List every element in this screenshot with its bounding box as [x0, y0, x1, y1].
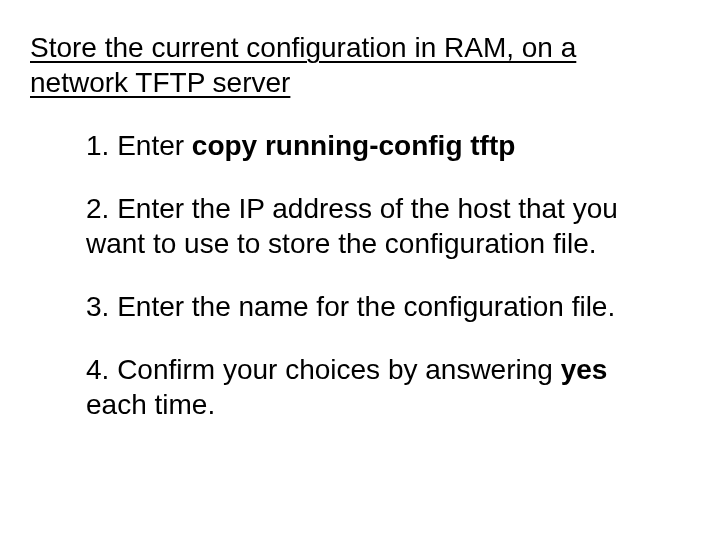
step-1-prefix: 1. Enter — [86, 130, 192, 161]
slide: Store the current configuration in RAM, … — [0, 0, 720, 540]
step-2: 2. Enter the IP address of the host that… — [86, 191, 650, 261]
step-1: 1. Enter copy running-config tftp — [86, 128, 650, 163]
step-3: 3. Enter the name for the configuration … — [86, 289, 650, 324]
step-4: 4. Confirm your choices by answering yes… — [86, 352, 650, 422]
step-1-command: copy running-config tftp — [192, 130, 516, 161]
steps-list: 1. Enter copy running-config tftp 2. Ent… — [30, 128, 680, 422]
step-4-suffix: each time. — [86, 389, 215, 420]
slide-title: Store the current configuration in RAM, … — [30, 30, 680, 100]
step-4-prefix: 4. Confirm your choices by answering — [86, 354, 561, 385]
step-4-bold: yes — [561, 354, 608, 385]
